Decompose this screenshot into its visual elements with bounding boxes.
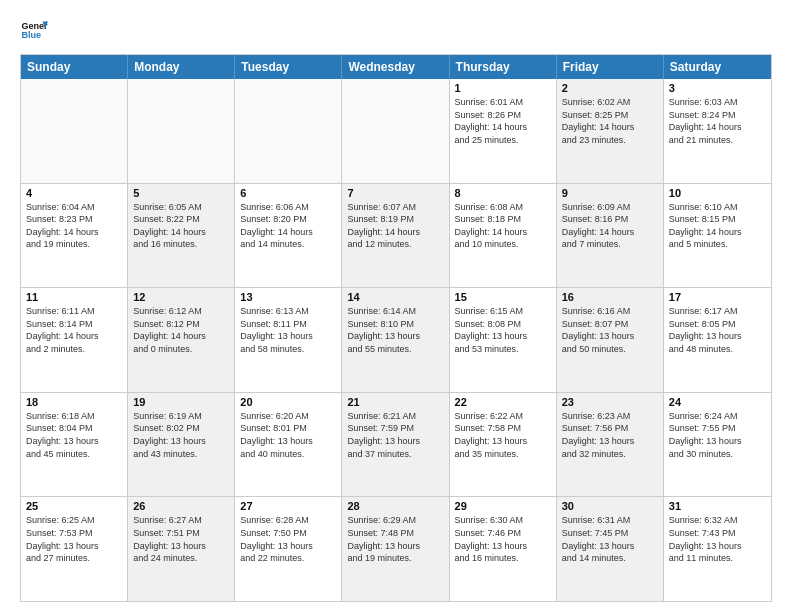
day-info: Sunrise: 6:21 AM Sunset: 7:59 PM Dayligh… <box>347 410 443 460</box>
day-cell-8: 8Sunrise: 6:08 AM Sunset: 8:18 PM Daylig… <box>450 184 557 288</box>
day-number: 17 <box>669 291 766 303</box>
calendar-body: 1Sunrise: 6:01 AM Sunset: 8:26 PM Daylig… <box>21 79 771 601</box>
day-number: 8 <box>455 187 551 199</box>
day-info: Sunrise: 6:24 AM Sunset: 7:55 PM Dayligh… <box>669 410 766 460</box>
day-number: 2 <box>562 82 658 94</box>
day-cell-1: 1Sunrise: 6:01 AM Sunset: 8:26 PM Daylig… <box>450 79 557 183</box>
day-info: Sunrise: 6:20 AM Sunset: 8:01 PM Dayligh… <box>240 410 336 460</box>
day-cell-26: 26Sunrise: 6:27 AM Sunset: 7:51 PM Dayli… <box>128 497 235 601</box>
logo-icon: General Blue <box>20 16 48 44</box>
day-number: 7 <box>347 187 443 199</box>
empty-cell <box>21 79 128 183</box>
day-number: 20 <box>240 396 336 408</box>
day-number: 22 <box>455 396 551 408</box>
day-info: Sunrise: 6:28 AM Sunset: 7:50 PM Dayligh… <box>240 514 336 564</box>
day-number: 31 <box>669 500 766 512</box>
day-cell-4: 4Sunrise: 6:04 AM Sunset: 8:23 PM Daylig… <box>21 184 128 288</box>
day-info: Sunrise: 6:18 AM Sunset: 8:04 PM Dayligh… <box>26 410 122 460</box>
day-cell-15: 15Sunrise: 6:15 AM Sunset: 8:08 PM Dayli… <box>450 288 557 392</box>
day-info: Sunrise: 6:19 AM Sunset: 8:02 PM Dayligh… <box>133 410 229 460</box>
header-day-thursday: Thursday <box>450 55 557 79</box>
day-cell-11: 11Sunrise: 6:11 AM Sunset: 8:14 PM Dayli… <box>21 288 128 392</box>
day-number: 30 <box>562 500 658 512</box>
day-cell-16: 16Sunrise: 6:16 AM Sunset: 8:07 PM Dayli… <box>557 288 664 392</box>
day-number: 12 <box>133 291 229 303</box>
day-number: 24 <box>669 396 766 408</box>
day-cell-30: 30Sunrise: 6:31 AM Sunset: 7:45 PM Dayli… <box>557 497 664 601</box>
day-info: Sunrise: 6:05 AM Sunset: 8:22 PM Dayligh… <box>133 201 229 251</box>
day-cell-27: 27Sunrise: 6:28 AM Sunset: 7:50 PM Dayli… <box>235 497 342 601</box>
day-number: 15 <box>455 291 551 303</box>
day-info: Sunrise: 6:02 AM Sunset: 8:25 PM Dayligh… <box>562 96 658 146</box>
day-info: Sunrise: 6:29 AM Sunset: 7:48 PM Dayligh… <box>347 514 443 564</box>
day-number: 4 <box>26 187 122 199</box>
header-day-saturday: Saturday <box>664 55 771 79</box>
day-cell-14: 14Sunrise: 6:14 AM Sunset: 8:10 PM Dayli… <box>342 288 449 392</box>
day-cell-28: 28Sunrise: 6:29 AM Sunset: 7:48 PM Dayli… <box>342 497 449 601</box>
day-cell-29: 29Sunrise: 6:30 AM Sunset: 7:46 PM Dayli… <box>450 497 557 601</box>
day-cell-25: 25Sunrise: 6:25 AM Sunset: 7:53 PM Dayli… <box>21 497 128 601</box>
header: General Blue <box>20 16 772 44</box>
day-info: Sunrise: 6:14 AM Sunset: 8:10 PM Dayligh… <box>347 305 443 355</box>
day-info: Sunrise: 6:22 AM Sunset: 7:58 PM Dayligh… <box>455 410 551 460</box>
day-cell-9: 9Sunrise: 6:09 AM Sunset: 8:16 PM Daylig… <box>557 184 664 288</box>
header-day-tuesday: Tuesday <box>235 55 342 79</box>
day-cell-12: 12Sunrise: 6:12 AM Sunset: 8:12 PM Dayli… <box>128 288 235 392</box>
logo: General Blue <box>20 16 52 44</box>
day-number: 16 <box>562 291 658 303</box>
day-info: Sunrise: 6:23 AM Sunset: 7:56 PM Dayligh… <box>562 410 658 460</box>
day-cell-6: 6Sunrise: 6:06 AM Sunset: 8:20 PM Daylig… <box>235 184 342 288</box>
day-info: Sunrise: 6:25 AM Sunset: 7:53 PM Dayligh… <box>26 514 122 564</box>
day-info: Sunrise: 6:04 AM Sunset: 8:23 PM Dayligh… <box>26 201 122 251</box>
day-number: 27 <box>240 500 336 512</box>
empty-cell <box>342 79 449 183</box>
day-number: 3 <box>669 82 766 94</box>
day-info: Sunrise: 6:06 AM Sunset: 8:20 PM Dayligh… <box>240 201 336 251</box>
calendar-week-2: 4Sunrise: 6:04 AM Sunset: 8:23 PM Daylig… <box>21 183 771 288</box>
svg-text:Blue: Blue <box>21 30 41 40</box>
calendar-header: SundayMondayTuesdayWednesdayThursdayFrid… <box>21 55 771 79</box>
day-info: Sunrise: 6:16 AM Sunset: 8:07 PM Dayligh… <box>562 305 658 355</box>
header-day-sunday: Sunday <box>21 55 128 79</box>
day-number: 26 <box>133 500 229 512</box>
day-number: 6 <box>240 187 336 199</box>
page: General Blue SundayMondayTuesdayWednesda… <box>0 0 792 612</box>
day-cell-18: 18Sunrise: 6:18 AM Sunset: 8:04 PM Dayli… <box>21 393 128 497</box>
day-cell-17: 17Sunrise: 6:17 AM Sunset: 8:05 PM Dayli… <box>664 288 771 392</box>
calendar-week-4: 18Sunrise: 6:18 AM Sunset: 8:04 PM Dayli… <box>21 392 771 497</box>
day-cell-21: 21Sunrise: 6:21 AM Sunset: 7:59 PM Dayli… <box>342 393 449 497</box>
day-info: Sunrise: 6:11 AM Sunset: 8:14 PM Dayligh… <box>26 305 122 355</box>
day-info: Sunrise: 6:13 AM Sunset: 8:11 PM Dayligh… <box>240 305 336 355</box>
day-number: 21 <box>347 396 443 408</box>
day-number: 11 <box>26 291 122 303</box>
day-info: Sunrise: 6:03 AM Sunset: 8:24 PM Dayligh… <box>669 96 766 146</box>
day-number: 25 <box>26 500 122 512</box>
day-cell-20: 20Sunrise: 6:20 AM Sunset: 8:01 PM Dayli… <box>235 393 342 497</box>
day-number: 9 <box>562 187 658 199</box>
day-number: 23 <box>562 396 658 408</box>
day-info: Sunrise: 6:30 AM Sunset: 7:46 PM Dayligh… <box>455 514 551 564</box>
day-cell-5: 5Sunrise: 6:05 AM Sunset: 8:22 PM Daylig… <box>128 184 235 288</box>
day-cell-24: 24Sunrise: 6:24 AM Sunset: 7:55 PM Dayli… <box>664 393 771 497</box>
day-info: Sunrise: 6:09 AM Sunset: 8:16 PM Dayligh… <box>562 201 658 251</box>
day-cell-23: 23Sunrise: 6:23 AM Sunset: 7:56 PM Dayli… <box>557 393 664 497</box>
day-info: Sunrise: 6:07 AM Sunset: 8:19 PM Dayligh… <box>347 201 443 251</box>
day-info: Sunrise: 6:10 AM Sunset: 8:15 PM Dayligh… <box>669 201 766 251</box>
calendar-week-1: 1Sunrise: 6:01 AM Sunset: 8:26 PM Daylig… <box>21 79 771 183</box>
day-cell-31: 31Sunrise: 6:32 AM Sunset: 7:43 PM Dayli… <box>664 497 771 601</box>
day-number: 1 <box>455 82 551 94</box>
day-info: Sunrise: 6:27 AM Sunset: 7:51 PM Dayligh… <box>133 514 229 564</box>
day-cell-13: 13Sunrise: 6:13 AM Sunset: 8:11 PM Dayli… <box>235 288 342 392</box>
day-cell-3: 3Sunrise: 6:03 AM Sunset: 8:24 PM Daylig… <box>664 79 771 183</box>
day-cell-2: 2Sunrise: 6:02 AM Sunset: 8:25 PM Daylig… <box>557 79 664 183</box>
day-cell-19: 19Sunrise: 6:19 AM Sunset: 8:02 PM Dayli… <box>128 393 235 497</box>
day-cell-22: 22Sunrise: 6:22 AM Sunset: 7:58 PM Dayli… <box>450 393 557 497</box>
empty-cell <box>128 79 235 183</box>
empty-cell <box>235 79 342 183</box>
day-number: 13 <box>240 291 336 303</box>
calendar-week-3: 11Sunrise: 6:11 AM Sunset: 8:14 PM Dayli… <box>21 287 771 392</box>
calendar: SundayMondayTuesdayWednesdayThursdayFrid… <box>20 54 772 602</box>
day-number: 19 <box>133 396 229 408</box>
day-info: Sunrise: 6:12 AM Sunset: 8:12 PM Dayligh… <box>133 305 229 355</box>
day-number: 5 <box>133 187 229 199</box>
